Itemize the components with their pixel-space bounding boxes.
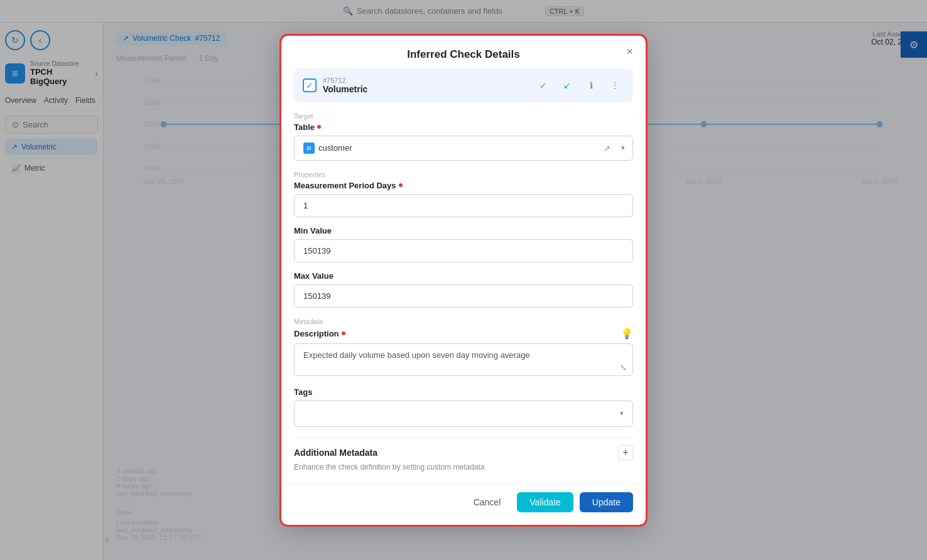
table-field-label: Table bbox=[294, 122, 633, 132]
check-info-button[interactable]: ℹ bbox=[582, 76, 600, 95]
table-required-indicator bbox=[317, 125, 321, 129]
modal-overlay: Inferred Check Details × ✓ #75712 Volume… bbox=[0, 0, 927, 560]
metadata-section: Metadata Description 💡 Expected daily vo… bbox=[294, 318, 633, 427]
check-id: #75712 bbox=[323, 77, 367, 84]
max-value-input[interactable]: 150139 bbox=[294, 284, 633, 308]
check-checkbox[interactable]: ✓ bbox=[303, 78, 317, 92]
modal-body: ✓ #75712 Volumetric ✓ ↙ ℹ ⋮ Target Table bbox=[281, 68, 646, 484]
description-label-row: Description 💡 bbox=[294, 328, 633, 340]
target-section: Target Table ⊞ customer ▾ ↗ bbox=[294, 112, 633, 161]
properties-section-label: Properties bbox=[294, 171, 633, 178]
additional-metadata-title: Additional Metadata bbox=[294, 448, 377, 458]
tags-caret: ▾ bbox=[620, 409, 624, 417]
measurement-period-field-label: Measurement Period Days bbox=[294, 181, 633, 190]
cancel-button[interactable]: Cancel bbox=[464, 492, 511, 512]
description-textarea-wrap: Expected daily volume based upon seven d… bbox=[294, 343, 633, 379]
check-status-green-button[interactable]: ✓ bbox=[534, 76, 553, 95]
check-chart-button[interactable]: ↙ bbox=[558, 76, 577, 95]
modal-title: Inferred Check Details bbox=[407, 48, 520, 60]
check-name: Volumetric bbox=[323, 84, 367, 94]
additional-metadata-header: Additional Metadata + bbox=[294, 445, 633, 460]
table-value: customer bbox=[318, 143, 352, 153]
validate-button[interactable]: Validate bbox=[517, 492, 573, 512]
description-required-indicator bbox=[342, 331, 345, 335]
bulb-icon[interactable]: 💡 bbox=[621, 328, 633, 340]
check-header-row: ✓ #75712 Volumetric ✓ ↙ ℹ ⋮ bbox=[294, 68, 633, 102]
expand-icon[interactable]: ⤡ bbox=[620, 363, 627, 372]
check-more-button[interactable]: ⋮ bbox=[605, 76, 624, 95]
tags-field-label: Tags bbox=[294, 387, 633, 397]
update-button[interactable]: Update bbox=[580, 492, 633, 512]
measurement-period-input[interactable]: 1 bbox=[294, 194, 633, 217]
table-icon: ⊞ bbox=[303, 143, 315, 154]
description-textarea[interactable]: Expected daily volume based upon seven d… bbox=[294, 343, 633, 376]
table-select-caret: ▾ bbox=[621, 144, 625, 152]
table-select[interactable]: ⊞ customer ▾ bbox=[294, 136, 633, 161]
inferred-check-modal: Inferred Check Details × ✓ #75712 Volume… bbox=[281, 36, 646, 525]
max-value-field-label: Max Value bbox=[294, 271, 633, 281]
properties-section: Properties Measurement Period Days 1 Min… bbox=[294, 171, 633, 308]
min-value-field-label: Min Value bbox=[294, 226, 633, 235]
description-field-label: Description bbox=[294, 329, 345, 338]
modal-footer: Cancel Validate Update bbox=[281, 484, 646, 525]
target-section-label: Target bbox=[294, 112, 633, 120]
modal-header: Inferred Check Details × bbox=[281, 36, 646, 68]
tags-select[interactable]: ▾ bbox=[294, 401, 633, 427]
tags-select-wrap: ▾ bbox=[294, 401, 633, 427]
add-metadata-button[interactable]: + bbox=[618, 445, 633, 460]
external-link-icon[interactable]: ↗ bbox=[604, 143, 610, 153]
additional-metadata-desc: Enhance the check definition by setting … bbox=[294, 463, 633, 471]
check-id-name: #75712 Volumetric bbox=[323, 77, 367, 94]
check-actions: ✓ ↙ ℹ ⋮ bbox=[534, 76, 624, 95]
modal-close-button[interactable]: × bbox=[626, 46, 633, 57]
min-value-input[interactable]: 150139 bbox=[294, 239, 633, 262]
table-select-wrap: ⊞ customer ▾ ↗ bbox=[294, 136, 633, 161]
additional-metadata-section: Additional Metadata + Enhance the check … bbox=[294, 437, 633, 471]
measurement-required-indicator bbox=[399, 183, 403, 187]
metadata-section-label: Metadata bbox=[294, 318, 633, 325]
